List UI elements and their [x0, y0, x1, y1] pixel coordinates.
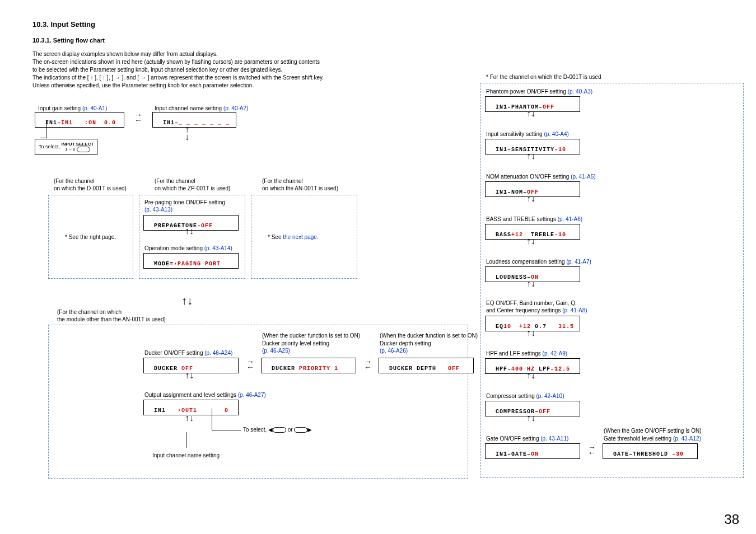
- lcd-ducker-priority: DUCKER PRIORITY 1: [261, 358, 356, 373]
- when-gate-on: (When the Gate ON/OFF setting is ON): [604, 428, 702, 435]
- arrow-ud-r2: ↑↓: [526, 152, 535, 160]
- ref-p40-a4[interactable]: (p. 40-A4): [544, 131, 568, 137]
- subsection-title: 10.3.1. Setting flow chart: [32, 37, 105, 44]
- desc-l5: Unless otherwise specified, use the Para…: [32, 82, 346, 90]
- lcd-input-name: IN1–_ _ _ _ _ _ _: [152, 112, 236, 128]
- right-header: * For the channel on which the D-001T is…: [486, 74, 601, 81]
- see-next-page: * See the next page.: [268, 234, 319, 241]
- ref-p42-a9[interactable]: (p. 42-A9): [543, 350, 567, 357]
- desc-l3: to be selected with the Parameter settin…: [32, 66, 346, 74]
- arrow-ud-3: ↑↓: [185, 414, 194, 422]
- hpf-label: HPF and LPF settings (p. 42-A9): [486, 350, 567, 358]
- next-page-link[interactable]: the next page: [283, 234, 317, 240]
- comp-label: Compressor setting (p. 42-A10): [486, 393, 564, 400]
- for-an001t: (For the channelon which the AN-001T is …: [262, 178, 338, 192]
- gatethr-label: Gate threshold level setting (p. 43-A12): [604, 435, 701, 443]
- arrow-ud-r1: ↑↓: [526, 110, 535, 118]
- when-ducker-on-1: (When the ducker function is set to ON): [262, 332, 360, 340]
- ref-p46-a26[interactable]: (p. 46-A26): [380, 348, 408, 354]
- phantom-label: Phantom power ON/OFF setting (p. 40-A3): [486, 88, 592, 96]
- desc-l1: The screen display examples shown below …: [32, 50, 346, 58]
- arrow-ud-r6: ↑↓: [526, 329, 535, 337]
- arrow-rl: →←: [242, 359, 259, 370]
- ref-p43-a13[interactable]: (p. 43-A13): [144, 207, 172, 213]
- lcd-ducker-depth: DUCKER DEPTH OFF: [379, 358, 474, 373]
- prepage-label: Pre-paging tone ON/OFF setting(p. 43-A13…: [144, 199, 240, 213]
- arrow-down: ↑↓: [185, 125, 189, 141]
- arrow-ud-r7: ↑↓: [526, 372, 535, 380]
- sens-label: Input sensitivity setting (p. 40-A4): [486, 131, 569, 138]
- input-name-setting-bottom: Input channel name setting: [152, 452, 220, 460]
- ref-p46-a27[interactable]: (p. 46-A27): [238, 392, 266, 398]
- arrow-ud-r4: ↑↓: [526, 237, 535, 245]
- ref-p42-a10[interactable]: (p. 42-A10): [536, 393, 564, 399]
- to-select-box: To select, INPUT SELECT 1 – 8: [35, 139, 97, 155]
- ref-p43-a14[interactable]: (p. 43-A14): [204, 245, 232, 251]
- arrow-right-left: →←: [130, 112, 147, 123]
- ref-p41-a8[interactable]: (p. 41-A8): [562, 307, 587, 313]
- ref-p41-a7[interactable]: (p. 41-A7): [566, 259, 591, 265]
- opmode-label: Operation mode setting (p. 43-A14): [144, 245, 232, 252]
- eq-label: EQ ON/OFF, Band number, Gain, Q, and Cen…: [486, 300, 587, 314]
- arrow-ud-big: ↑↓: [181, 297, 193, 305]
- desc-l2: The on-screen indications shown in red h…: [32, 58, 346, 66]
- desc-l4: The indications of the [ ↑ ], [ ↑ ], [ →…: [32, 74, 346, 82]
- ref-p40-a3[interactable]: (p. 40-A3): [568, 88, 592, 95]
- arrow-ud-r8: ↑↓: [526, 414, 535, 422]
- to-select-2: To select, ◀ or ▶: [243, 427, 312, 434]
- for-other-module: (For the channel on whichthe module othe…: [57, 309, 166, 323]
- loud-label: Loudness compensation setting (p. 41-A7): [486, 259, 591, 266]
- for-zp001t: (For the channelon which the ZP-001T is …: [155, 178, 230, 192]
- input-gain-label: Input gain setting (p. 40-A1): [38, 105, 107, 113]
- when-ducker-on-2: (When the ducker function is set to ON): [380, 332, 478, 340]
- left-oval-button-icon: [273, 427, 286, 433]
- nom-label: NOM attenuation ON/OFF setting (p. 41-A5…: [486, 174, 596, 181]
- arrow-rl-gate: →←: [584, 444, 600, 456]
- right-oval-button-icon: [294, 427, 307, 433]
- input-select-button-icon: [77, 147, 90, 152]
- lcd-opmode: MODE=›PAGING PORT: [143, 253, 239, 269]
- gate-label: Gate ON/OFF setting (p. 43-A11): [486, 435, 568, 443]
- ref-p43-a11[interactable]: (p. 43-A11): [540, 435, 568, 442]
- lcd-input-gain: IN1–IN1 :ON 0.0: [35, 112, 124, 128]
- bt-label: BASS and TREBLE settings (p. 41-A6): [486, 216, 582, 223]
- section-title: 10.3. Input Setting: [32, 20, 95, 29]
- ref-p46-a24[interactable]: (p. 46-A24): [204, 350, 232, 356]
- for-d001t: (For the channelon which the D-001T is u…: [54, 178, 127, 192]
- ref-p40-a2[interactable]: (p. 40-A2): [223, 105, 248, 111]
- see-right-page: * See the right page.: [65, 234, 116, 241]
- ref-p41-a6[interactable]: (p. 41-A6): [558, 216, 582, 222]
- ducker-depth-label: Ducker depth setting(p. 46-A26): [380, 340, 431, 354]
- ref-p46-a25[interactable]: (p. 46-A25): [262, 348, 290, 354]
- lcd-gate-threshold: GATE–THRESHOLD –30: [603, 443, 698, 459]
- arrow-ud-r5: ↑↓: [526, 280, 535, 288]
- arrow-ud: ↑↓: [185, 227, 194, 235]
- input-name-label: Input channel name setting (p. 40-A2): [155, 105, 248, 113]
- arrow-ud-r3: ↑↓: [526, 195, 535, 203]
- page-number: 38: [724, 512, 739, 527]
- ref-p43-a12[interactable]: (p. 43-A12): [673, 435, 701, 442]
- arrow-rl-2: →←: [360, 359, 376, 370]
- lcd-gate: IN1–GATE–ON: [485, 443, 580, 459]
- arrow-ud-2: ↑↓: [185, 372, 194, 380]
- ducker-prio-label: Ducker priority level setting(p. 46-A25): [262, 340, 329, 354]
- ref-p40-a1[interactable]: (p. 40-A1): [82, 105, 107, 111]
- output-assign-label: Output assignment and level settings (p.…: [144, 392, 266, 399]
- ducker-onoff-label: Ducker ON/OFF setting (p. 46-A24): [144, 350, 232, 357]
- ref-p41-a5[interactable]: (p. 41-A5): [571, 174, 595, 180]
